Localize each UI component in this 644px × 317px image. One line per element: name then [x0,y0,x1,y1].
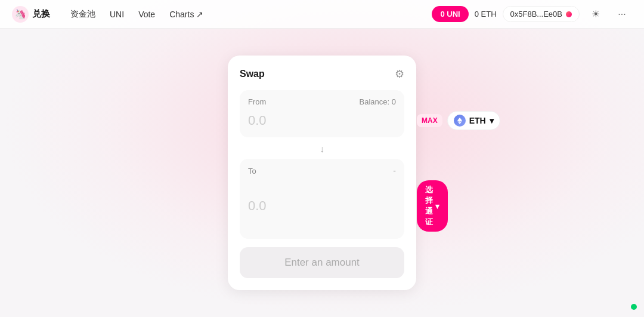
from-label: From [248,97,266,106]
to-dash: - [393,166,396,176]
nav-link-uni[interactable]: UNI [104,6,130,23]
select-token-button[interactable]: 选择通证 ▾ [417,180,448,232]
from-balance: Balance: 0 [360,97,396,106]
select-token-chevron: ▾ [435,202,439,211]
settings-icon[interactable]: ⚙ [395,67,404,81]
nav-link-vote[interactable]: Vote [132,6,161,23]
from-label-row: From Balance: 0 [248,97,396,106]
eth-icon [454,115,466,127]
svg-marker-2 [457,118,462,122]
to-amount-input[interactable] [248,198,412,214]
uniswap-logo-icon: 🦄 [12,6,29,23]
to-input-row: 选择通证 ▾ [248,180,396,232]
svg-text:🦄: 🦄 [14,8,26,20]
theme-toggle-button[interactable]: ☀ [586,4,606,24]
eth-chevron-icon: ▾ [490,116,494,125]
swap-card: Swap ⚙ From Balance: 0 MAX ETH ▾ [228,56,416,290]
from-section: From Balance: 0 MAX ETH ▾ [240,90,404,137]
eth-token-label: ETH [469,116,486,125]
nav-link-ziliang[interactable]: 资金池 [64,5,101,23]
select-token-label: 选择通证 [425,184,433,227]
more-options-button[interactable]: ··· [612,4,632,24]
nav-right: 0 UNI 0 ETH 0x5F8B...Ee0B ☀ ··· [432,4,632,24]
from-input-row: MAX ETH ▾ [248,111,396,130]
wallet-address-btn[interactable]: 0x5F8B...Ee0B [503,6,580,22]
eth-balance: 0 ETH [475,10,497,19]
swap-title: Swap [240,69,265,79]
enter-amount-button[interactable]: Enter an amount [240,247,404,278]
swap-arrow-divider[interactable]: ↓ [240,140,404,159]
navbar: 🦄 兑换 资金池 UNI Vote Charts ↗ 0 UNI 0 ETH 0… [0,0,644,29]
uni-balance-badge[interactable]: 0 UNI [432,6,468,22]
to-label: To [248,167,256,176]
nav-logo[interactable]: 🦄 兑换 [12,6,50,23]
main-content: Swap ⚙ From Balance: 0 MAX ETH ▾ [0,29,644,317]
from-amount-input[interactable] [248,113,412,128]
swap-header: Swap ⚙ [240,67,404,81]
down-arrow-icon: ↓ [320,144,324,155]
to-label-row: To - [248,166,396,176]
nav-logo-text: 兑换 [32,8,50,20]
wallet-avatar-dot [566,11,572,17]
nav-link-charts[interactable]: Charts ↗ [163,6,209,23]
to-section: To - 选择通证 ▾ [240,159,404,239]
max-button[interactable]: MAX [417,114,442,127]
eth-token-selector[interactable]: ETH ▾ [447,111,500,130]
nav-links: 资金池 UNI Vote Charts ↗ [64,5,432,23]
wallet-address-text: 0x5F8B...Ee0B [510,10,562,19]
